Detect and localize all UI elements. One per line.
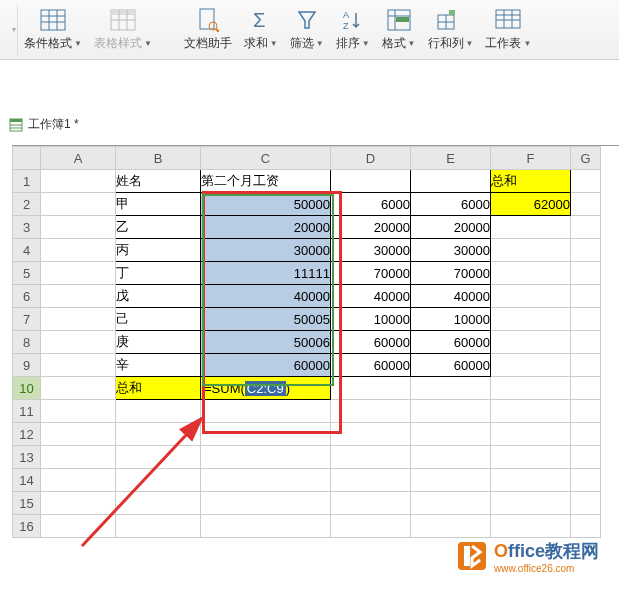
cell-D3[interactable]: 20000 — [331, 216, 411, 239]
cell-E9[interactable]: 60000 — [411, 354, 491, 377]
cell-G9[interactable] — [571, 354, 601, 377]
format-button[interactable]: 格式▼ — [382, 7, 416, 52]
conditional-format-button[interactable]: 条件格式▼ — [24, 7, 82, 52]
sum-button[interactable]: Σ 求和▼ — [244, 7, 278, 52]
cell-A3[interactable] — [41, 216, 116, 239]
cell-G11[interactable] — [571, 400, 601, 423]
row-header-4[interactable]: 4 — [13, 239, 41, 262]
cell-A9[interactable] — [41, 354, 116, 377]
cell-B16[interactable] — [116, 515, 201, 538]
cell-B8[interactable]: 庚 — [116, 331, 201, 354]
col-header-E[interactable]: E — [411, 147, 491, 170]
cell-C3[interactable]: 20000 — [201, 216, 331, 239]
cell-F13[interactable] — [491, 446, 571, 469]
cell-G10[interactable] — [571, 377, 601, 400]
cell-A6[interactable] — [41, 285, 116, 308]
cell-F1[interactable]: 总和 — [491, 170, 571, 193]
cell-G2[interactable] — [571, 193, 601, 216]
cell-G4[interactable] — [571, 239, 601, 262]
cell-F9[interactable] — [491, 354, 571, 377]
row-header-12[interactable]: 12 — [13, 423, 41, 446]
rows-cols-button[interactable]: 行和列▼ — [428, 7, 474, 52]
cell-B11[interactable] — [116, 400, 201, 423]
row-header-10[interactable]: 10 — [13, 377, 41, 400]
cell-G8[interactable] — [571, 331, 601, 354]
cell-B7[interactable]: 己 — [116, 308, 201, 331]
cell-A7[interactable] — [41, 308, 116, 331]
cell-G13[interactable] — [571, 446, 601, 469]
cell-E8[interactable]: 60000 — [411, 331, 491, 354]
cell-D16[interactable] — [331, 515, 411, 538]
col-header-A[interactable]: A — [41, 147, 116, 170]
col-header-B[interactable]: B — [116, 147, 201, 170]
cell-F2[interactable]: 62000 — [491, 193, 571, 216]
cell-B10[interactable]: 总和 — [116, 377, 201, 400]
workbook-name[interactable]: 工作簿1 * — [28, 116, 79, 133]
cell-C1[interactable]: 第二个月工资 — [201, 170, 331, 193]
row-header-1[interactable]: 1 — [13, 170, 41, 193]
col-header-F[interactable]: F — [491, 147, 571, 170]
cell-B14[interactable] — [116, 469, 201, 492]
cell-A4[interactable] — [41, 239, 116, 262]
cell-F6[interactable] — [491, 285, 571, 308]
cell-F8[interactable] — [491, 331, 571, 354]
row-header-13[interactable]: 13 — [13, 446, 41, 469]
cell-E1[interactable] — [411, 170, 491, 193]
cell-F3[interactable] — [491, 216, 571, 239]
cell-E7[interactable]: 10000 — [411, 308, 491, 331]
cell-C4[interactable]: 30000 — [201, 239, 331, 262]
cell-B6[interactable]: 戊 — [116, 285, 201, 308]
cell-B3[interactable]: 乙 — [116, 216, 201, 239]
row-header-7[interactable]: 7 — [13, 308, 41, 331]
cell-B5[interactable]: 丁 — [116, 262, 201, 285]
cell-B12[interactable] — [116, 423, 201, 446]
cell-D13[interactable] — [331, 446, 411, 469]
row-header-14[interactable]: 14 — [13, 469, 41, 492]
cell-C8[interactable]: 50006 — [201, 331, 331, 354]
cell-B4[interactable]: 丙 — [116, 239, 201, 262]
cell-E14[interactable] — [411, 469, 491, 492]
cell-D2[interactable]: 6000 — [331, 193, 411, 216]
cell-A12[interactable] — [41, 423, 116, 446]
cell-A2[interactable] — [41, 193, 116, 216]
cell-G14[interactable] — [571, 469, 601, 492]
cell-G7[interactable] — [571, 308, 601, 331]
cell-D7[interactable]: 10000 — [331, 308, 411, 331]
cell-E5[interactable]: 70000 — [411, 262, 491, 285]
row-header-11[interactable]: 11 — [13, 400, 41, 423]
filter-button[interactable]: 筛选▼ — [290, 7, 324, 52]
cell-D1[interactable] — [331, 170, 411, 193]
cell-F5[interactable] — [491, 262, 571, 285]
table-style-button[interactable]: 表格样式▼ — [94, 7, 152, 52]
cell-C14[interactable] — [201, 469, 331, 492]
cell-C2[interactable]: 50000 — [201, 193, 331, 216]
cell-A1[interactable] — [41, 170, 116, 193]
row-header-6[interactable]: 6 — [13, 285, 41, 308]
cell-F7[interactable] — [491, 308, 571, 331]
cell-E11[interactable] — [411, 400, 491, 423]
cell-G15[interactable] — [571, 492, 601, 515]
col-header-C[interactable]: C — [201, 147, 331, 170]
row-header-15[interactable]: 15 — [13, 492, 41, 515]
cell-C7[interactable]: 50005 — [201, 308, 331, 331]
cell-D14[interactable] — [331, 469, 411, 492]
cell-B9[interactable]: 辛 — [116, 354, 201, 377]
cell-D4[interactable]: 30000 — [331, 239, 411, 262]
cell-G16[interactable] — [571, 515, 601, 538]
cell-E16[interactable] — [411, 515, 491, 538]
cell-E6[interactable]: 40000 — [411, 285, 491, 308]
cell-E13[interactable] — [411, 446, 491, 469]
cell-G1[interactable] — [571, 170, 601, 193]
cell-A16[interactable] — [41, 515, 116, 538]
cell-D10[interactable] — [331, 377, 411, 400]
cell-A15[interactable] — [41, 492, 116, 515]
row-header-16[interactable]: 16 — [13, 515, 41, 538]
row-header-8[interactable]: 8 — [13, 331, 41, 354]
cell-F10[interactable] — [491, 377, 571, 400]
cell-F15[interactable] — [491, 492, 571, 515]
cell-E4[interactable]: 30000 — [411, 239, 491, 262]
col-header-D[interactable]: D — [331, 147, 411, 170]
cell-B1[interactable]: 姓名 — [116, 170, 201, 193]
cell-E15[interactable] — [411, 492, 491, 515]
row-header-2[interactable]: 2 — [13, 193, 41, 216]
